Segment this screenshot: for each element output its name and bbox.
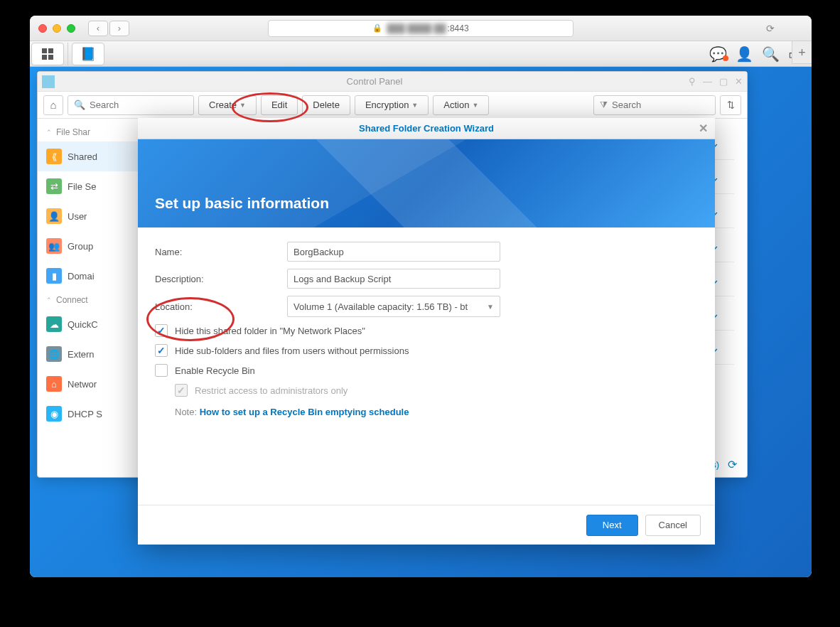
new-tab-button[interactable]: + bbox=[792, 41, 812, 64]
cp-filter-box[interactable]: ⧩ bbox=[593, 95, 716, 115]
sidebar-item-group[interactable]: 👥Group bbox=[38, 231, 151, 261]
chevron-down-icon: ▼ bbox=[487, 303, 494, 311]
wizard-footer: Next Cancel bbox=[138, 505, 715, 545]
name-field[interactable] bbox=[287, 242, 500, 262]
main-menu-button[interactable] bbox=[31, 43, 64, 65]
description-label: Description: bbox=[155, 274, 287, 284]
sort-button[interactable]: ⇅ bbox=[720, 95, 741, 115]
lock-icon: 🔒 bbox=[372, 23, 382, 33]
minimize-icon[interactable]: — bbox=[703, 76, 712, 87]
window-controls bbox=[38, 24, 75, 33]
wizard-heading: Set up basic information bbox=[155, 195, 329, 212]
nav-back-button[interactable]: ‹ bbox=[88, 21, 108, 36]
hide-network-label: Hide this shared folder in "My Network P… bbox=[175, 326, 365, 336]
domain-icon: ▮ bbox=[46, 268, 62, 284]
edit-button[interactable]: Edit bbox=[261, 95, 298, 115]
browser-window: ‹ › 🔒 ███ ████ ██ :8443 ⟳ + 📘 💬 👤 🔍 ▭ Co… bbox=[30, 16, 812, 577]
cp-search-input[interactable] bbox=[90, 100, 188, 110]
sidebar-item-dhcp[interactable]: ◉DHCP S bbox=[38, 399, 151, 429]
user-icon: 👤 bbox=[46, 208, 62, 224]
location-label: Location: bbox=[155, 301, 287, 312]
globe-icon: 🌐 bbox=[46, 346, 62, 362]
home-button[interactable]: ⌂ bbox=[43, 95, 63, 115]
close-icon[interactable]: ✕ bbox=[699, 122, 708, 135]
action-button[interactable]: Action▼ bbox=[433, 95, 489, 115]
cp-filter-input[interactable] bbox=[612, 100, 709, 110]
network-icon: ⌂ bbox=[46, 376, 62, 392]
sidebar-item-external-access[interactable]: 🌐Extern bbox=[38, 339, 151, 369]
close-window-icon[interactable] bbox=[38, 24, 47, 33]
sidebar-item-network[interactable]: ⌂Networ bbox=[38, 369, 151, 399]
address-blurred: ███ ████ ██ bbox=[387, 23, 446, 33]
dhcp-icon: ◉ bbox=[46, 406, 62, 422]
apps-icon bbox=[42, 48, 53, 60]
search-icon: 🔍 bbox=[74, 100, 85, 110]
minimize-window-icon[interactable] bbox=[53, 24, 61, 33]
sidebar-section-connectivity[interactable]: ⌃Connect bbox=[38, 291, 151, 309]
shared-folder-wizard: Shared Folder Creation Wizard ✕ Set up b… bbox=[138, 118, 715, 545]
description-field[interactable] bbox=[287, 269, 500, 289]
reload-icon[interactable]: ⟳ bbox=[766, 23, 775, 34]
notification-icon[interactable]: 💬 bbox=[709, 45, 727, 63]
browser-titlebar: ‹ › 🔒 ███ ████ ██ :8443 ⟳ bbox=[30, 16, 812, 41]
encryption-button[interactable]: Encryption▼ bbox=[355, 95, 429, 115]
maximize-window-icon[interactable] bbox=[67, 24, 75, 33]
delete-button[interactable]: Delete bbox=[302, 95, 350, 115]
sidebar-item-quickconnect[interactable]: ☁QuickC bbox=[38, 309, 151, 339]
sidebar-section-file-sharing[interactable]: ⌃File Shar bbox=[38, 123, 151, 141]
hide-network-checkbox[interactable] bbox=[155, 324, 168, 337]
cp-toolbar: ⌂ 🔍 Create▼ Edit Delete Encryption▼ Acti… bbox=[38, 92, 747, 119]
create-button[interactable]: Create▼ bbox=[198, 95, 257, 115]
location-select[interactable]: Volume 1 (Available capacity: 1.56 TB) -… bbox=[287, 296, 500, 317]
name-label: Name: bbox=[155, 247, 287, 257]
dsm-taskbar: 📘 💬 👤 🔍 ▭ bbox=[30, 41, 812, 67]
folder-icon: ⟪ bbox=[46, 149, 62, 164]
address-port: :8443 bbox=[448, 23, 469, 33]
control-panel-task[interactable]: 📘 bbox=[72, 43, 104, 65]
chevron-up-icon: ⌃ bbox=[46, 129, 52, 136]
wizard-titlebar: Shared Folder Creation Wizard ✕ bbox=[138, 118, 715, 139]
sidebar-item-domain[interactable]: ▮Domai bbox=[38, 261, 151, 291]
cp-titlebar: Control Panel ⚲ — ▢ ✕ bbox=[38, 72, 747, 92]
filter-icon: ⧩ bbox=[600, 100, 608, 111]
restrict-admin-label: Restrict access to administrators only bbox=[195, 385, 348, 396]
address-bar[interactable]: 🔒 ███ ████ ██ :8443 bbox=[268, 20, 574, 37]
note-row: Note: How to set up a Recycle Bin emptyi… bbox=[175, 407, 698, 417]
hide-subfolders-checkbox[interactable] bbox=[155, 344, 168, 357]
control-panel-icon bbox=[42, 75, 55, 88]
control-panel-icon: 📘 bbox=[80, 46, 96, 62]
sidebar-item-shared-folder[interactable]: ⟪Shared bbox=[38, 141, 151, 171]
next-button[interactable]: Next bbox=[586, 515, 638, 536]
wizard-header: Set up basic information bbox=[138, 139, 715, 227]
group-icon: 👥 bbox=[46, 238, 62, 254]
chevron-down-icon: ▼ bbox=[472, 102, 478, 109]
nav-arrows: ‹ › bbox=[88, 21, 129, 36]
wizard-body: Name: Description: Location: Volume 1 (A… bbox=[138, 227, 715, 432]
nav-forward-button[interactable]: › bbox=[109, 21, 129, 36]
search-icon[interactable]: 🔍 bbox=[762, 45, 780, 63]
pin-icon[interactable]: ⚲ bbox=[689, 76, 696, 87]
chevron-down-icon: ▼ bbox=[411, 102, 418, 109]
recycle-bin-checkbox[interactable] bbox=[155, 364, 168, 377]
restrict-admin-checkbox bbox=[175, 384, 188, 397]
hide-subfolders-label: Hide sub-folders and files from users wi… bbox=[175, 345, 409, 356]
cp-search-box[interactable]: 🔍 bbox=[68, 95, 194, 115]
close-icon[interactable]: ✕ bbox=[735, 76, 743, 87]
cp-title: Control Panel bbox=[60, 76, 689, 87]
cp-sidebar: ⌃File Shar ⟪Shared ⇄File Se 👤User 👥Group… bbox=[38, 119, 151, 477]
refresh-icon[interactable]: ⟳ bbox=[728, 458, 737, 471]
note-label: Note: bbox=[175, 407, 197, 417]
cancel-button[interactable]: Cancel bbox=[645, 515, 701, 536]
sidebar-item-user[interactable]: 👤User bbox=[38, 201, 151, 231]
file-services-icon: ⇄ bbox=[46, 178, 62, 194]
chevron-down-icon: ▼ bbox=[239, 102, 246, 109]
user-icon[interactable]: 👤 bbox=[736, 45, 753, 63]
note-link[interactable]: How to set up a Recycle Bin emptying sch… bbox=[200, 407, 409, 417]
maximize-icon[interactable]: ▢ bbox=[719, 76, 728, 87]
wizard-title: Shared Folder Creation Wizard bbox=[359, 123, 494, 134]
sidebar-item-file-services[interactable]: ⇄File Se bbox=[38, 171, 151, 201]
chevron-up-icon: ⌃ bbox=[46, 296, 52, 304]
cp-window-controls: ⚲ — ▢ ✕ bbox=[689, 76, 743, 87]
recycle-bin-label: Enable Recycle Bin bbox=[175, 365, 255, 376]
taskbar-separator bbox=[68, 43, 68, 65]
